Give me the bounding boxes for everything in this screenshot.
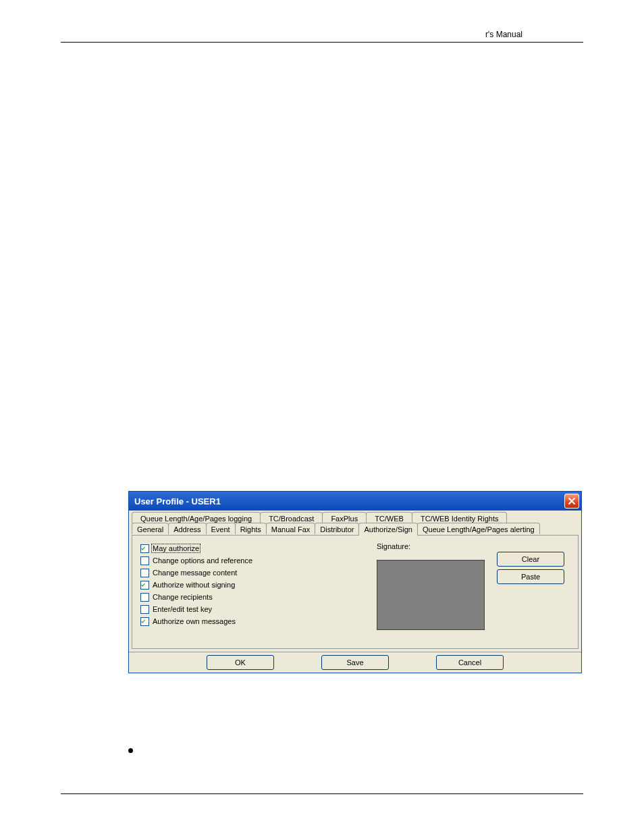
- checkbox-may-authorize[interactable]: May authorize: [140, 542, 377, 554]
- page-header-text: r's Manual: [485, 30, 522, 39]
- checkbox-label: Authorize own messages: [153, 617, 236, 625]
- tab-manual-fax[interactable]: Manual Fax: [266, 523, 315, 534]
- checkbox-label: Enter/edit test key: [153, 605, 212, 613]
- checkbox-box[interactable]: [140, 556, 149, 565]
- cancel-button[interactable]: Cancel: [436, 655, 504, 670]
- signature-label: Signature:: [377, 542, 417, 550]
- tab-faxplus[interactable]: FaxPlus: [322, 512, 367, 523]
- page-header-rule: [61, 42, 583, 43]
- tab-event[interactable]: Event: [206, 523, 236, 534]
- authorize-options-group: May authorizeChange options and referenc…: [140, 542, 377, 630]
- window-title: User Profile - USER1: [134, 496, 564, 506]
- checkbox-box[interactable]: [140, 617, 149, 626]
- checkbox-label: May authorize: [151, 544, 200, 553]
- tab-tc-web[interactable]: TC/WEB: [366, 512, 412, 523]
- checkbox-box[interactable]: [140, 544, 149, 553]
- tab-distributor[interactable]: Distributor: [315, 523, 359, 534]
- checkbox-box[interactable]: [140, 605, 149, 614]
- tab-rights[interactable]: Rights: [235, 523, 267, 534]
- tab-queue-length-age-pages-logging[interactable]: Queue Length/Age/Pages logging: [132, 512, 261, 523]
- save-button[interactable]: Save: [321, 655, 389, 670]
- checkbox-change-options-and-reference[interactable]: Change options and reference: [140, 554, 377, 567]
- titlebar[interactable]: User Profile - USER1: [129, 492, 581, 511]
- signature-preview: [377, 560, 485, 630]
- tab-tc-broadcast[interactable]: TC/Broadcast: [260, 512, 323, 523]
- close-icon: [568, 497, 576, 505]
- bullet-icon: [128, 748, 133, 753]
- tab-authorize-sign[interactable]: Authorize/Sign: [358, 523, 418, 536]
- tab-tc-web-identity-rights[interactable]: TC/WEB Identity Rights: [412, 512, 508, 523]
- clear-button[interactable]: Clear: [497, 552, 564, 567]
- checkbox-box[interactable]: [140, 569, 149, 577]
- tab-strip: Queue Length/Age/Pages loggingTC/Broadca…: [129, 511, 581, 536]
- tab-address[interactable]: Address: [168, 523, 206, 534]
- checkbox-label: Authorize without signing: [153, 581, 235, 589]
- checkbox-box[interactable]: [140, 581, 149, 590]
- document-page: r's Manual User Profile - USER1 Queue Le…: [0, 0, 644, 834]
- checkbox-authorize-without-signing[interactable]: Authorize without signing: [140, 579, 377, 591]
- tab-general[interactable]: General: [132, 523, 169, 534]
- checkbox-enter-edit-test-key[interactable]: Enter/edit test key: [140, 603, 377, 615]
- dialog-button-bar: OK Save Cancel: [129, 652, 581, 673]
- checkbox-authorize-own-messages[interactable]: Authorize own messages: [140, 615, 377, 627]
- checkbox-label: Change recipients: [153, 593, 213, 601]
- checkbox-change-message-content[interactable]: Change message content: [140, 567, 377, 579]
- ok-button[interactable]: OK: [207, 655, 274, 670]
- checkbox-box[interactable]: [140, 593, 149, 602]
- checkbox-label: Change message content: [153, 569, 237, 577]
- tab-queue-length-age-pages-alerting[interactable]: Queue Length/Age/Pages alerting: [417, 523, 540, 534]
- tab-page-authorize-sign: May authorizeChange options and referenc…: [132, 535, 579, 649]
- user-profile-dialog: User Profile - USER1 Queue Length/Age/Pa…: [128, 491, 582, 673]
- checkbox-change-recipients[interactable]: Change recipients: [140, 591, 377, 603]
- page-footer-rule: [61, 793, 583, 794]
- checkbox-label: Change options and reference: [153, 556, 252, 565]
- close-button[interactable]: [564, 494, 579, 509]
- paste-button[interactable]: Paste: [497, 569, 564, 584]
